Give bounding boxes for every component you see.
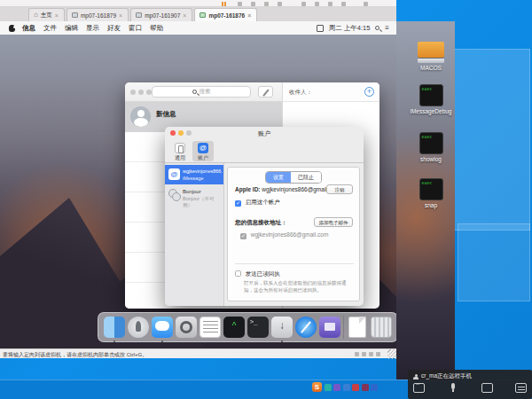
library-toggle-button[interactable]	[341, 2, 346, 6]
tab-vm-1876-active[interactable]: mp07-161876 ×	[194, 8, 257, 21]
suspend-button[interactable]	[222, 2, 226, 6]
manage-snapshot-button[interactable]	[278, 2, 282, 6]
add-email-button[interactable]: 添加电子邮件	[314, 217, 353, 227]
dock-installer-icon[interactable]: ↓	[271, 317, 293, 338]
watermark-chip	[362, 384, 369, 391]
vmware-status-bar: 要将输入定向到该虚拟机，请在虚拟机内部单击或按 Ctrl+G。	[0, 348, 396, 358]
toolbar-general[interactable]: 通用	[169, 141, 191, 161]
console-view-button[interactable]	[328, 2, 332, 6]
checkbox-checked-icon[interactable]: ✓	[235, 200, 241, 207]
notification-center-icon[interactable]: ≡	[385, 25, 389, 32]
desktop-icon-macos[interactable]: MACOS	[406, 42, 456, 71]
resize-grip[interactable]	[387, 349, 396, 359]
menu-view[interactable]: 显示	[86, 24, 99, 33]
to-field[interactable]: 收件人： +	[283, 82, 379, 102]
accounts-preferences-window: 账户 通用 @ 账户 @ wgjkevinjones866… iMessage	[165, 127, 364, 306]
desktop-icon-showlog[interactable]: showlog	[406, 132, 456, 162]
network-status-icon[interactable]	[369, 352, 373, 356]
revert-snapshot-button[interactable]	[264, 2, 269, 6]
cdrom-status-icon[interactable]	[362, 352, 366, 356]
dock-document-icon[interactable]	[347, 317, 368, 338]
compose-button[interactable]	[258, 86, 273, 98]
tab-home[interactable]: ⌂ 主页 ×	[28, 8, 65, 21]
add-recipient-icon[interactable]: +	[364, 87, 374, 97]
close-icon[interactable]: ×	[183, 12, 186, 19]
account-name: Bonjour	[183, 189, 201, 194]
desktop-icon-label: MACOS	[406, 65, 456, 71]
watermark-logo: S	[312, 382, 322, 392]
search-input[interactable]: 搜索	[152, 86, 251, 98]
remote-status-text: cr_ma正在远程手机	[421, 372, 472, 380]
input-source-icon[interactable]	[317, 25, 324, 32]
close-window-icon[interactable]	[130, 90, 136, 95]
vm-icon	[72, 12, 78, 18]
tab-vm-1879[interactable]: mp07-161879 ×	[66, 8, 129, 21]
dock-launchpad-icon[interactable]	[128, 317, 149, 338]
dock-textedit-icon[interactable]	[200, 317, 221, 338]
close-icon[interactable]: ×	[55, 12, 59, 19]
dock-finder-icon[interactable]	[104, 317, 125, 338]
thumbnail-bar-button[interactable]	[364, 2, 368, 6]
executable-icon	[419, 84, 443, 106]
desktop-icon-label: showlog	[406, 156, 456, 162]
dock-activity-monitor-icon[interactable]: ^	[223, 317, 245, 338]
sign-out-button[interactable]: 注销	[326, 184, 353, 194]
dock-screen-sharing-icon[interactable]	[319, 317, 340, 338]
account-row-imessage[interactable]: @ wgjkevinjones866… iMessage	[165, 165, 223, 184]
phone-icon[interactable]	[481, 383, 493, 393]
avatar	[130, 106, 151, 127]
keyboard-icon[interactable]	[515, 383, 527, 393]
tab-settings[interactable]: 设置	[266, 172, 291, 183]
executable-icon	[419, 132, 443, 154]
watermark-chip	[343, 384, 350, 391]
tab-blocked[interactable]: 已阻止	[291, 172, 321, 183]
chat-icon[interactable]	[413, 383, 425, 393]
close-icon[interactable]: ×	[247, 12, 251, 19]
running-indicator	[281, 340, 284, 343]
minimize-window-icon[interactable]	[138, 90, 144, 95]
imessage-account-icon: @	[168, 168, 180, 180]
dock-messages-icon[interactable]	[152, 317, 173, 338]
account-service: iMessage	[183, 176, 204, 181]
desktop-icon-imessagedebug[interactable]: iMessageDebug	[406, 84, 456, 114]
to-label: 收件人：	[289, 89, 312, 97]
dock-system-preferences-icon[interactable]	[176, 317, 197, 338]
apple-id-label: Apple ID:	[235, 186, 261, 192]
tab-vm-1907[interactable]: mp07-161907 ×	[130, 8, 192, 21]
dock-trash-icon[interactable]	[371, 317, 392, 338]
fullscreen-button[interactable]	[301, 2, 306, 6]
menu-buddies[interactable]: 好友	[107, 24, 121, 33]
close-icon[interactable]: ×	[119, 12, 122, 19]
apple-menu-icon[interactable]	[9, 25, 15, 32]
account-row-bonjour[interactable]: Bonjour Bonjour（不可用）	[165, 186, 223, 204]
sound-status-icon[interactable]	[376, 352, 380, 356]
mic-icon[interactable]	[447, 383, 458, 393]
account-service: Bonjour（不可用）	[183, 196, 223, 208]
menu-bar-clock[interactable]: 周二 上午4:15	[329, 24, 371, 33]
toolbar-accounts[interactable]: @ 账户	[192, 141, 214, 161]
menu-window[interactable]: 窗口	[129, 24, 142, 33]
executable-icon	[419, 178, 443, 200]
spotlight-icon[interactable]	[375, 26, 379, 30]
watermark-chip	[371, 384, 378, 391]
disk-icon	[418, 42, 444, 58]
desktop-icon-snap[interactable]: snap	[406, 178, 456, 208]
checkbox-checked-gray-icon[interactable]: ✓	[240, 233, 246, 239]
preferences-toolbar: 通用 @ 账户	[165, 139, 364, 163]
wallpaper-panel	[448, 49, 530, 231]
menu-messages[interactable]: 信息	[22, 24, 35, 33]
bonjour-icon	[168, 189, 180, 200]
dock-terminal-icon[interactable]: >_	[247, 317, 269, 338]
macos-menu-bar: 信息 文件 编辑 显示 好友 窗口 帮助 周二 上午4:15 ≡	[0, 21, 396, 35]
menu-edit[interactable]: 编辑	[65, 24, 78, 33]
menu-help[interactable]: 帮助	[150, 24, 163, 33]
dock-safari-icon[interactable]	[295, 317, 317, 338]
hdd-status-icon[interactable]	[355, 352, 359, 356]
checkbox-unchecked-icon[interactable]	[235, 270, 241, 277]
home-icon: ⌂	[34, 12, 38, 19]
menu-file[interactable]: 文件	[43, 24, 57, 33]
unity-button[interactable]	[315, 2, 319, 6]
snapshot-button[interactable]	[251, 2, 255, 6]
dock-divider	[343, 316, 344, 339]
power-button[interactable]	[238, 2, 242, 6]
